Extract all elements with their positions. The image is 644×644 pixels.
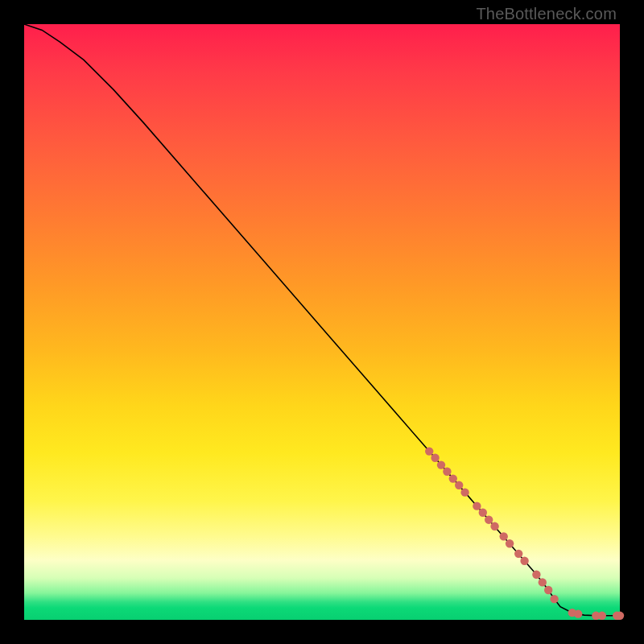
data-marker [473, 502, 481, 510]
data-marker [455, 481, 463, 489]
data-marker [616, 612, 624, 620]
data-marker [574, 609, 582, 617]
chart-frame [24, 24, 620, 620]
data-marker [514, 550, 522, 558]
data-marker [431, 454, 439, 462]
data-curve [24, 24, 620, 616]
data-marker [485, 515, 493, 523]
data-marker [500, 532, 508, 540]
data-marker [544, 586, 552, 594]
data-marker [449, 474, 457, 482]
data-markers-group [425, 447, 624, 620]
data-marker [490, 522, 498, 530]
watermark-text: TheBottleneck.com [476, 5, 617, 23]
data-marker [550, 595, 558, 603]
data-marker [479, 509, 487, 517]
chart-svg [24, 24, 620, 620]
data-marker [425, 447, 433, 455]
data-marker [506, 539, 514, 547]
data-marker [539, 578, 547, 586]
data-marker [443, 468, 451, 476]
data-marker [520, 557, 528, 565]
data-marker [460, 488, 469, 496]
data-marker [437, 460, 445, 469]
data-marker [532, 571, 540, 579]
data-marker [598, 612, 606, 620]
